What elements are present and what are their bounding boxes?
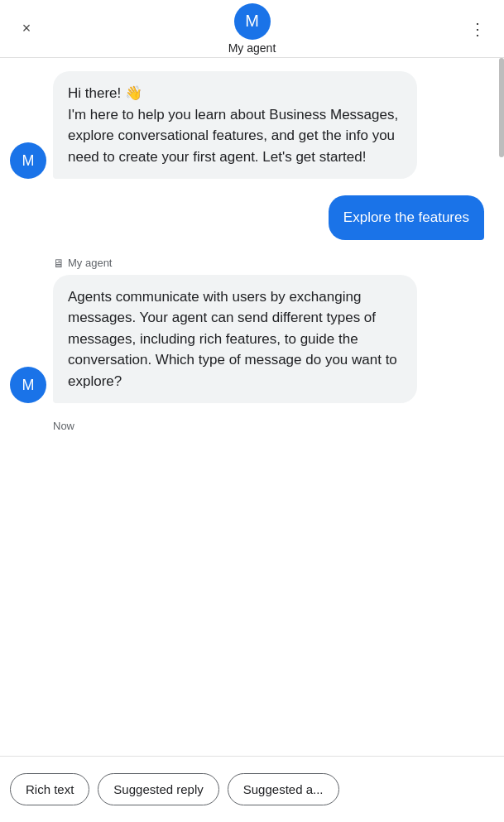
more-options-button[interactable]: ⋮ xyxy=(464,16,491,42)
chip-suggested-reply[interactable]: Suggested reply xyxy=(98,773,218,805)
more-icon: ⋮ xyxy=(469,19,487,39)
message-timestamp: Now xyxy=(53,420,494,432)
table-row: Explore the features xyxy=(10,195,494,240)
chat-container: M Hi there! 👋I'm here to help you learn … xyxy=(0,58,504,756)
table-row: M Hi there! 👋I'm here to help you learn … xyxy=(10,71,494,179)
agent-label-text: My agent xyxy=(68,257,112,269)
agent-message-block: 🖥 My agent M Agents communicate with use… xyxy=(10,257,494,433)
chat-header: × M My agent ⋮ xyxy=(0,0,504,58)
agent-message-bubble: Hi there! 👋I'm here to help you learn ab… xyxy=(53,71,417,179)
agent-message-text: Hi there! 👋I'm here to help you learn ab… xyxy=(68,85,398,165)
user-message-text: Explore the features xyxy=(343,209,469,225)
agent-label: 🖥 My agent xyxy=(53,257,494,270)
table-row: M Agents communicate with users by excha… xyxy=(10,275,494,404)
agent-message-text-2: Agents communicate with users by exchang… xyxy=(68,289,397,389)
user-message-bubble: Explore the features xyxy=(329,195,484,240)
agent-avatar: M xyxy=(10,142,46,179)
header-avatar: M xyxy=(234,3,271,40)
chip-rich-text[interactable]: Rich text xyxy=(10,773,89,805)
close-icon: × xyxy=(22,20,31,37)
agent-label-icon: 🖥 xyxy=(53,257,65,270)
scrollbar-thumb[interactable] xyxy=(499,58,504,157)
agent-avatar-2: M xyxy=(10,367,46,403)
agent-message-bubble-2: Agents communicate with users by exchang… xyxy=(53,275,417,404)
header-title: My agent xyxy=(228,41,276,55)
header-center: M My agent xyxy=(228,3,276,55)
close-button[interactable]: × xyxy=(13,16,40,42)
chip-suggested-action[interactable]: Suggested a... xyxy=(228,773,339,805)
bottom-bar: Rich text Suggested reply Suggested a... xyxy=(0,756,504,822)
